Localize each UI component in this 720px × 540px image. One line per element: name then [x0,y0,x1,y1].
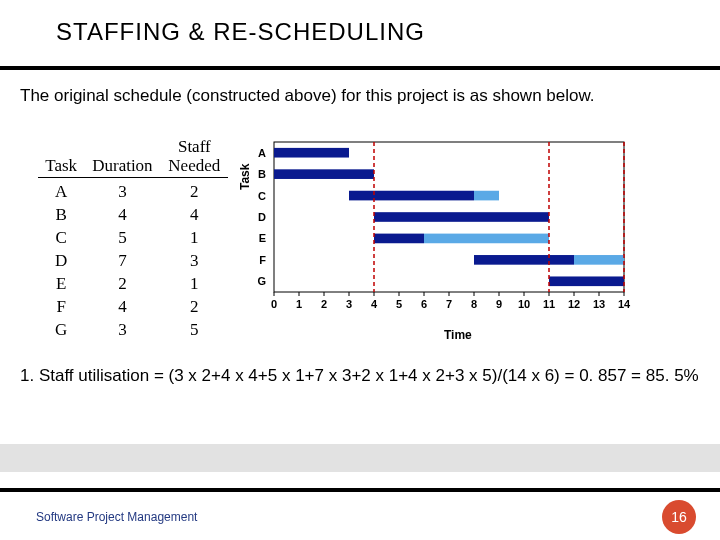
col-duration: Duration [84,138,160,178]
content-row: Task Duration StaffNeeded A32B44C51D73E2… [0,106,720,342]
table-cell: A [38,178,84,204]
table-cell: 3 [84,319,160,342]
table-cell: 2 [84,273,160,296]
svg-rect-36 [474,191,499,201]
svg-text:2: 2 [321,298,327,310]
svg-text:D: D [258,211,266,223]
svg-text:10: 10 [518,298,530,310]
y-axis-label: Task [238,164,252,190]
svg-rect-47 [549,276,624,286]
svg-rect-37 [349,191,474,201]
svg-text:E: E [259,232,266,244]
table-cell: 1 [161,273,228,296]
svg-text:5: 5 [396,298,402,310]
x-axis-label: Time [444,328,472,342]
table-cell: 4 [84,296,160,319]
table-cell: 4 [84,204,160,227]
svg-text:1: 1 [296,298,302,310]
table-cell: 1 [161,227,228,250]
svg-text:3: 3 [346,298,352,310]
svg-rect-41 [424,234,549,244]
table-cell: 5 [84,227,160,250]
gantt-svg: 01234567891011121314ABCDEFG [244,138,644,324]
table-cell: E [38,273,84,296]
svg-text:C: C [258,190,266,202]
table-cell: 3 [84,178,160,204]
table-cell: F [38,296,84,319]
svg-text:0: 0 [271,298,277,310]
svg-text:13: 13 [593,298,605,310]
table-cell: 4 [161,204,228,227]
table-cell: 7 [84,250,160,273]
svg-rect-45 [474,255,574,265]
table-cell: B [38,204,84,227]
svg-rect-42 [374,234,424,244]
svg-rect-32 [274,148,349,158]
page-number-badge: 16 [662,500,696,534]
table-cell: 3 [161,250,228,273]
svg-text:11: 11 [543,298,555,310]
gantt-chart: Task 01234567891011121314ABCDEFG Time [244,138,644,338]
svg-text:9: 9 [496,298,502,310]
footer-divider [0,488,720,492]
col-task: Task [38,138,84,178]
svg-text:A: A [258,147,266,159]
highlight-strip [0,444,720,472]
page-title: STAFFING & RE-SCHEDULING [0,0,720,46]
table-cell: G [38,319,84,342]
svg-text:12: 12 [568,298,580,310]
svg-text:F: F [259,254,266,266]
svg-rect-44 [574,255,624,265]
svg-text:14: 14 [618,298,631,310]
calculation-text: 1. Staff utilisation = (3 x 2+4 x 4+5 x … [0,342,720,386]
task-table: Task Duration StaffNeeded A32B44C51D73E2… [38,138,228,342]
table-cell: C [38,227,84,250]
footer-text: Software Project Management [36,510,197,524]
svg-rect-39 [374,212,549,222]
svg-text:7: 7 [446,298,452,310]
svg-text:4: 4 [371,298,378,310]
svg-text:B: B [258,168,266,180]
svg-text:G: G [257,275,266,287]
table-cell: 5 [161,319,228,342]
table-cell: 2 [161,296,228,319]
intro-text: The original schedule (constructed above… [0,70,720,106]
col-staff: StaffNeeded [161,138,228,178]
svg-text:6: 6 [421,298,427,310]
table-cell: 2 [161,178,228,204]
table-cell: D [38,250,84,273]
svg-rect-34 [274,169,374,179]
svg-text:8: 8 [471,298,477,310]
